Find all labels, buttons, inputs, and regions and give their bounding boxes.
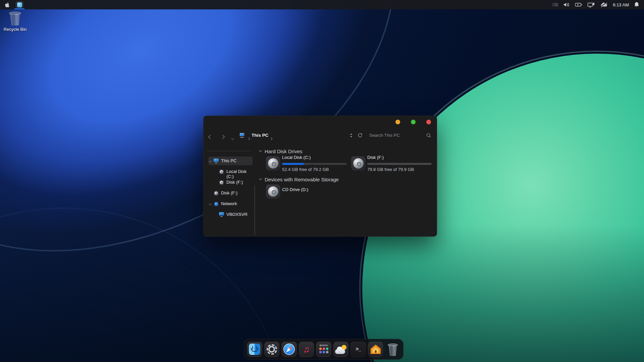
drive-name[interactable]: CD Drive (D:): [282, 187, 308, 192]
active-app-indicator: [14, 8, 24, 9]
dock-item-launchpad[interactable]: [316, 342, 331, 357]
disk-drive-icon: [219, 169, 224, 174]
disk-drive-icon: [219, 180, 224, 185]
section-collapse-icon[interactable]: [259, 177, 262, 180]
minimize-button[interactable]: [395, 120, 400, 124]
drive-icon-local-disk-c[interactable]: [266, 156, 280, 170]
dock-item-settings[interactable]: [264, 342, 280, 357]
drive-icon-disk-f[interactable]: [351, 156, 365, 170]
sidebar-item-local-disk-c[interactable]: Local Disk (C:): [204, 167, 255, 176]
this-pc-icon: [214, 159, 219, 163]
drive-icon-cd-drive-d[interactable]: [266, 184, 280, 198]
section-title: Hard Disk Drives: [265, 148, 303, 154]
dock-item-music[interactable]: ♫: [299, 342, 314, 357]
sidebar-content-divider: [255, 185, 255, 235]
forward-button[interactable]: [221, 134, 224, 140]
taskbar-explorer-app[interactable]: [14, 0, 24, 9]
search-icon[interactable]: [426, 133, 431, 138]
section-title: Devices with Removable Storage: [265, 177, 339, 182]
section-collapse-icon[interactable]: [259, 149, 262, 152]
menu-bar: 6:13 AM: [0, 0, 644, 9]
volume-icon[interactable]: [563, 2, 570, 7]
drive-usage-fill: [282, 163, 304, 165]
dock: ♫ >_: [244, 339, 404, 360]
tray-app-icon[interactable]: [552, 3, 558, 6]
recycle-bin-icon: [9, 11, 21, 25]
safari-compass-icon: [283, 343, 295, 355]
recycle-bin-shortcut[interactable]: Recycle Bin: [2, 11, 28, 32]
dock-item-weather[interactable]: [333, 342, 349, 357]
sidebar-item-vboxsvr[interactable]: VBOXSVR: [204, 210, 255, 219]
recent-locations-dropdown-icon[interactable]: [232, 134, 234, 140]
file-explorer-window: This PC This PC Local Disk (C:) Disk (F:…: [203, 116, 437, 237]
terminal-prompt-icon: >_: [356, 347, 361, 352]
sidebar-item-network[interactable]: Network: [204, 199, 255, 208]
ethernet-network-icon[interactable]: [587, 2, 595, 8]
network-computer-icon: [219, 212, 224, 217]
dock-item-home[interactable]: [368, 342, 383, 357]
trash-icon: [387, 343, 398, 356]
finder-icon: [249, 344, 260, 355]
tree-expand-icon[interactable]: [209, 202, 212, 205]
launchpad-icon: [318, 344, 329, 355]
drive-usage-fill: [367, 163, 368, 165]
back-button[interactable]: [209, 134, 212, 140]
dock-item-trash[interactable]: [385, 342, 400, 357]
sidebar-separator: [207, 151, 251, 151]
dock-item-terminal[interactable]: >_: [351, 342, 366, 357]
drive-usage-bar: [367, 163, 432, 165]
clock[interactable]: 6:13 AM: [613, 2, 629, 7]
sidebar-item-disk-f[interactable]: Disk (F:): [204, 178, 255, 187]
cloud-offline-icon[interactable]: [600, 2, 608, 7]
music-note-icon: ♫: [303, 345, 310, 354]
drive-free-space: 52.4 GB free of 79.2 GB: [282, 167, 329, 172]
dock-item-safari[interactable]: [281, 342, 297, 357]
this-pc-icon: [239, 133, 245, 138]
notification-bell-icon[interactable]: [634, 2, 639, 8]
weather-cloud-sun-icon: [335, 345, 347, 354]
breadcrumb-this-pc[interactable]: This PC: [252, 133, 268, 138]
dock-item-finder[interactable]: [247, 342, 262, 357]
file-explorer-icon: [17, 2, 22, 7]
battery-icon[interactable]: [575, 2, 582, 7]
drive-usage-bar: [282, 163, 346, 165]
home-icon: [370, 344, 381, 355]
drive-free-space: 79.8 GB free of 79.9 GB: [367, 167, 414, 172]
search-input[interactable]: [369, 131, 422, 139]
up-down-arrows-icon[interactable]: [350, 133, 353, 137]
gear-icon: [267, 344, 277, 355]
sidebar-item-this-pc[interactable]: This PC: [204, 156, 255, 166]
sidebar-item-disk-f[interactable]: Disk (F:): [204, 188, 255, 198]
refresh-icon[interactable]: [358, 133, 363, 138]
network-icon: [214, 201, 219, 206]
zoom-button[interactable]: [411, 120, 416, 124]
desktop: 6:13 AM Recycle Bin This PC This PC: [0, 0, 644, 362]
apple-logo-icon[interactable]: [5, 2, 10, 8]
close-button[interactable]: [426, 120, 431, 124]
drive-name[interactable]: Disk (F:): [367, 155, 384, 160]
recycle-bin-label: Recycle Bin: [2, 27, 28, 32]
breadcrumb-chevron-icon: [248, 135, 250, 141]
drive-name[interactable]: Local Disk (C:): [282, 155, 311, 160]
disk-drive-icon: [214, 191, 219, 196]
breadcrumb-chevron-icon: [270, 135, 272, 141]
